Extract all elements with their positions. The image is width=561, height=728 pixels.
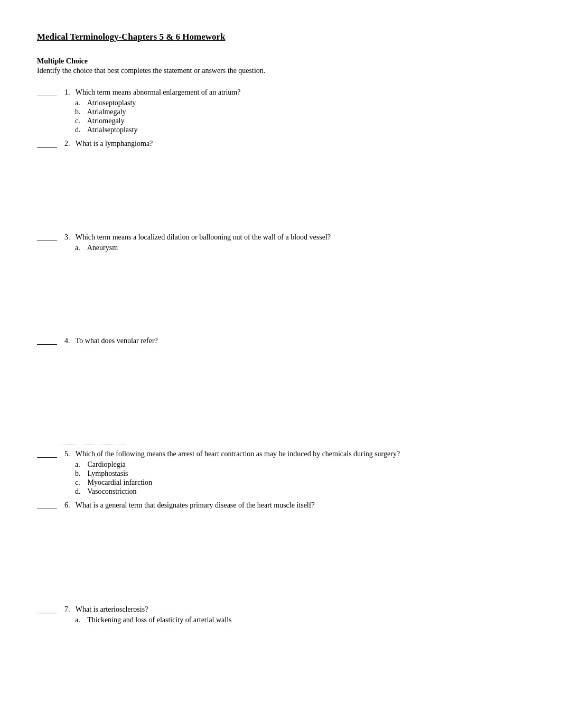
answer-blank-4[interactable] [37,337,57,345]
choice-5c: c. Myocardial infarction [75,478,524,487]
question-body-5: Which of the following means the arrest … [76,450,400,458]
answer-blank-7[interactable] [37,606,57,613]
choice-5a: a. Cardioplegia [75,460,524,469]
question-number-6: 6. [64,501,74,509]
question-row-6: 6. What is a general term that designate… [37,500,524,511]
choice-5b: b. Lymphostasis [75,469,524,478]
question-content-5: 5. Which of the following means the arre… [64,448,524,496]
spacer-6 [37,514,524,604]
question-body-3: Which term means a localized dilation or… [76,233,331,241]
question-row-5: 5. Which of the following means the arre… [37,448,524,496]
question-body-4: To what does venular refer? [76,337,158,345]
section-instruction: Identify the choice that best completes … [37,67,524,75]
choices-list-1: a. Atrioseptoplasty b. Atrialmegaly c. A… [64,99,524,134]
question-text-2: 2. What is a lymphangioma? [64,138,524,149]
question-content-6: 6. What is a general term that designate… [64,500,524,511]
scroll-hint-5 [61,445,125,445]
question-content-2: 2. What is a lymphangioma? [64,138,524,149]
question-text-4: 4. To what does venular refer? [64,335,524,346]
choice-1d: d. Atrialseptoplasty [75,126,524,134]
answer-blank-2[interactable] [37,140,57,148]
question-number-5: 5. [64,450,74,458]
choice-1c: c. Atriomegaly [75,117,524,125]
question-content-7: 7. What is arteriosclerosis? a. Thickeni… [64,604,524,625]
spacer-2 [37,152,524,232]
question-row-2: 2. What is a lymphangioma? [37,138,524,149]
question-number-2: 2. [64,140,74,148]
section-label: Multiple Choice [37,57,524,66]
question-content-4: 4. To what does venular refer? [64,335,524,346]
question-row-4: 4. To what does venular refer? [37,335,524,346]
choices-list-5: a. Cardioplegia b. Lymphostasis c. Myoca… [64,460,524,496]
question-text-7: 7. What is arteriosclerosis? [64,604,524,615]
question-body-2: What is a lymphangioma? [76,140,153,148]
answer-blank-6[interactable] [37,502,57,509]
question-body-6: What is a general term that designates p… [76,501,315,509]
question-body-1: Which term means abnormal enlargement of… [76,88,241,96]
choice-1a: a. Atrioseptoplasty [75,99,524,107]
question-number-3: 3. [64,233,74,241]
choice-5d: d. Vasoconstriction [75,487,524,496]
page-title: Medical Terminology-Chapters 5 & 6 Homew… [37,32,524,42]
spacer-4 [37,349,524,445]
choices-list-7: a. Thickening and loss of elasticity of … [64,616,524,624]
question-text-6: 6. What is a general term that designate… [64,500,524,511]
spacer-3 [37,256,524,335]
question-content-3: 3. Which term means a localized dilation… [64,232,524,253]
choice-3a: a. Aneurysm [75,244,524,252]
answer-blank-3[interactable] [37,234,57,241]
choices-list-3: a. Aneurysm [64,244,524,252]
question-content-1: 1. Which term means abnormal enlargement… [64,87,524,135]
question-body-7: What is arteriosclerosis? [76,605,148,613]
question-number-7: 7. [64,605,74,613]
choice-7a: a. Thickening and loss of elasticity of … [75,616,524,624]
question-row-7: 7. What is arteriosclerosis? a. Thickeni… [37,604,524,625]
question-text-1: 1. Which term means abnormal enlargement… [64,87,524,98]
choice-1b: b. Atrialmegaly [75,108,524,116]
question-text-5: 5. Which of the following means the arre… [64,448,524,459]
question-row-3: 3. Which term means a localized dilation… [37,232,524,253]
question-number-1: 1. [64,88,74,96]
answer-blank-1[interactable] [37,89,57,96]
answer-blank-5[interactable] [37,450,57,458]
question-text-3: 3. Which term means a localized dilation… [64,232,524,243]
question-row-1: 1. Which term means abnormal enlargement… [37,87,524,135]
question-number-4: 4. [64,337,74,345]
